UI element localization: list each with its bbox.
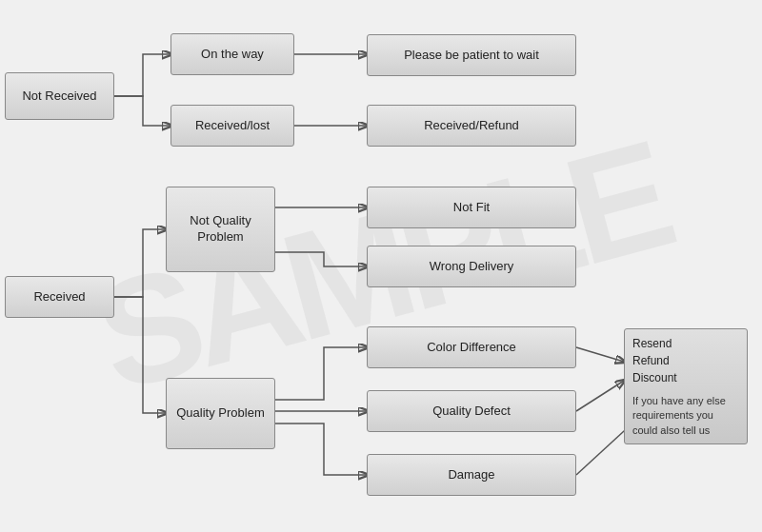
not-quality-box: Not Quality Problem [166, 187, 275, 272]
tooltip-line1: Resend [632, 335, 739, 352]
damage-box: Damage [367, 454, 576, 496]
please-wait-box: Please be patient to wait [367, 34, 576, 76]
not-received-box: Not Received [5, 72, 114, 120]
received-lost-box: Received/lost [170, 105, 294, 147]
color-difference-box: Color Difference [367, 326, 576, 368]
tooltip-line2: Refund [632, 352, 739, 369]
tooltip-note: If you have any else requirements you co… [632, 394, 739, 438]
resolution-tooltip: Resend Refund Discount If you have any e… [624, 328, 748, 444]
svg-line-2 [576, 347, 624, 362]
svg-line-3 [576, 381, 624, 411]
wrong-delivery-box: Wrong Delivery [367, 246, 576, 287]
not-fit-box: Not Fit [367, 187, 576, 228]
tooltip-line3: Discount [632, 369, 739, 386]
received-refund-box: Received/Refund [367, 105, 576, 147]
quality-problem-box: Quality Problem [166, 378, 275, 449]
diagram: Not Received On the way Received/lost Pl… [0, 0, 762, 532]
quality-defect-box: Quality Defect [367, 390, 576, 432]
on-the-way-box: On the way [170, 33, 294, 75]
received-box: Received [5, 276, 114, 318]
